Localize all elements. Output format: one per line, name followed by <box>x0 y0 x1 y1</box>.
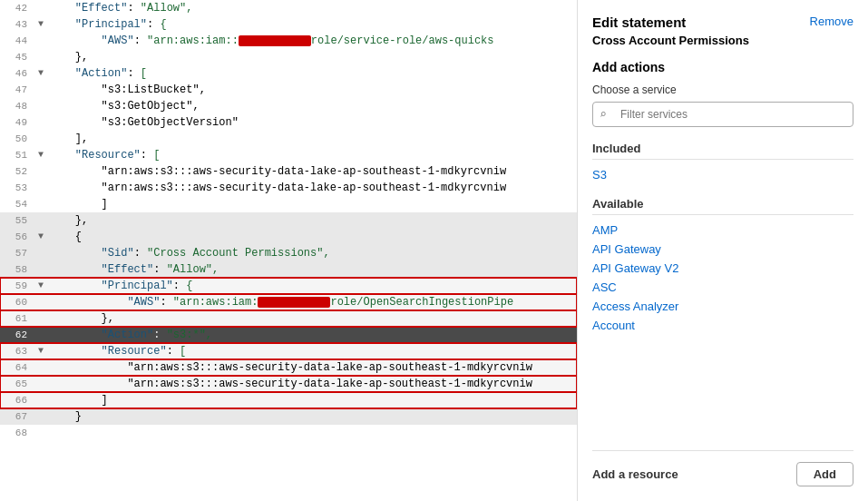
line-code: ] <box>47 392 577 408</box>
table-row: 66 ] <box>0 392 577 408</box>
table-row: 63▼ "Resource": [ <box>0 343 577 359</box>
list-item[interactable]: Access Analyzer <box>592 297 853 316</box>
line-toggle[interactable]: ▼ <box>34 278 47 294</box>
line-code: ], <box>47 131 577 147</box>
line-number: 62 <box>0 327 34 343</box>
line-toggle[interactable]: ▼ <box>34 343 47 359</box>
add-resource-button[interactable]: Add <box>796 462 853 486</box>
line-code: "Principal": { <box>47 16 577 33</box>
line-number: 53 <box>0 180 34 196</box>
line-number: 45 <box>0 49 34 65</box>
table-row: 65 "arn:aws:s3:::aws-security-data-lake-… <box>0 376 577 392</box>
line-code: "Resource": [ <box>47 147 577 163</box>
line-toggle[interactable]: ▼ <box>34 147 47 163</box>
table-row: 67 } <box>0 408 577 425</box>
table-row: 42 "Effect": "Allow", <box>0 0 577 16</box>
line-number: 64 <box>0 359 34 376</box>
line-number: 66 <box>0 392 34 408</box>
line-number: 67 <box>0 408 34 425</box>
line-number: 51 <box>0 147 34 163</box>
line-number: 48 <box>0 98 34 114</box>
available-section: Available AMPAPI GatewayAPI Gateway V2AS… <box>592 197 853 335</box>
table-row: 54 ] <box>0 196 577 212</box>
line-code: } <box>47 408 577 425</box>
filter-services-input[interactable] <box>592 102 853 127</box>
line-code: "AWS": "arn:aws:iam:: role/service-role/… <box>47 33 577 49</box>
line-code: }, <box>47 310 577 327</box>
line-toggle[interactable]: ▼ <box>34 229 47 245</box>
table-row: 59▼ "Principal": { <box>0 278 577 294</box>
table-row: 43▼ "Principal": { <box>0 16 577 33</box>
line-toggle[interactable]: ▼ <box>34 65 47 82</box>
add-resource-section: Add a resource Add <box>592 450 853 486</box>
table-row: 57 "Sid": "Cross Account Permissions", <box>0 245 577 261</box>
available-items: AMPAPI GatewayAPI Gateway V2ASCAccess An… <box>592 221 853 335</box>
line-number: 49 <box>0 114 34 131</box>
line-number: 54 <box>0 196 34 212</box>
table-row: 62 "Action": "s3:*", <box>0 327 577 343</box>
table-row: 51▼ "Resource": [ <box>0 147 577 163</box>
table-row: 58 "Effect": "Allow", <box>0 261 577 278</box>
line-code: "AWS": "arn:aws:iam: role/OpenSearchInge… <box>47 294 577 310</box>
choose-service-label: Choose a service <box>592 84 853 96</box>
line-number: 52 <box>0 163 34 180</box>
list-item[interactable]: S3 <box>592 165 853 184</box>
table-row: 50 ], <box>0 131 577 147</box>
line-code: "Sid": "Cross Account Permissions", <box>47 245 577 261</box>
line-code: "s3:ListBucket", <box>47 82 577 98</box>
line-number: 68 <box>0 425 34 441</box>
line-code: ] <box>47 196 577 212</box>
available-label: Available <box>592 197 853 215</box>
line-number: 61 <box>0 310 34 327</box>
included-label: Included <box>592 142 853 160</box>
table-row: 49 "s3:GetObjectVersion" <box>0 114 577 131</box>
filter-input-wrapper: ⌕ <box>592 102 853 127</box>
line-number: 47 <box>0 82 34 98</box>
list-item[interactable]: API Gateway <box>592 240 853 259</box>
table-row: 52 "arn:aws:s3:::aws-security-data-lake-… <box>0 163 577 180</box>
line-number: 44 <box>0 33 34 49</box>
table-row: 48 "s3:GetObject", <box>0 98 577 114</box>
line-code: "arn:aws:s3:::aws-security-data-lake-ap-… <box>47 180 577 196</box>
panel-subtitle: Cross Account Permissions <box>592 34 853 47</box>
add-resource-label: Add a resource <box>592 467 678 481</box>
line-number: 50 <box>0 131 34 147</box>
list-item[interactable]: ASC <box>592 278 853 297</box>
search-icon: ⌕ <box>600 107 607 122</box>
line-number: 65 <box>0 376 34 392</box>
line-number: 58 <box>0 261 34 278</box>
panel-header: Edit statement Remove <box>592 15 853 30</box>
line-code: "Resource": [ <box>47 343 577 359</box>
line-code: "Action": [ <box>47 65 577 82</box>
redacted-value <box>258 297 330 308</box>
line-code: "s3:GetObjectVersion" <box>47 114 577 131</box>
line-number: 55 <box>0 212 34 229</box>
redacted-value <box>239 35 311 46</box>
panel-title: Edit statement <box>592 15 686 30</box>
remove-link[interactable]: Remove <box>810 15 853 28</box>
line-code: "Action": "s3:*", <box>47 327 577 343</box>
table-row: 46▼ "Action": [ <box>0 65 577 82</box>
list-item[interactable]: AMP <box>592 221 853 240</box>
table-row: 68 <box>0 425 577 441</box>
line-number: 59 <box>0 278 34 294</box>
code-panel: 42 "Effect": "Allow",43▼ "Principal": {4… <box>0 0 578 501</box>
line-code: "Principal": { <box>47 278 577 294</box>
table-row: 60 "AWS": "arn:aws:iam: role/OpenSearchI… <box>0 294 577 310</box>
line-toggle[interactable]: ▼ <box>34 16 47 33</box>
list-item[interactable]: API Gateway V2 <box>592 259 853 278</box>
line-number: 42 <box>0 0 34 16</box>
line-number: 60 <box>0 294 34 310</box>
line-code: "arn:aws:s3:::aws-security-data-lake-ap-… <box>47 376 577 392</box>
line-code: { <box>47 229 577 245</box>
list-item[interactable]: Account <box>592 316 853 335</box>
add-actions-title: Add actions <box>592 60 853 74</box>
table-row: 45 }, <box>0 49 577 65</box>
included-items: S3 <box>592 165 853 184</box>
table-row: 64 "arn:aws:s3:::aws-security-data-lake-… <box>0 359 577 376</box>
line-number: 57 <box>0 245 34 261</box>
table-row: 47 "s3:ListBucket", <box>0 82 577 98</box>
line-code: }, <box>47 49 577 65</box>
table-row: 61 }, <box>0 310 577 327</box>
right-panel: Edit statement Remove Cross Account Perm… <box>578 0 868 501</box>
